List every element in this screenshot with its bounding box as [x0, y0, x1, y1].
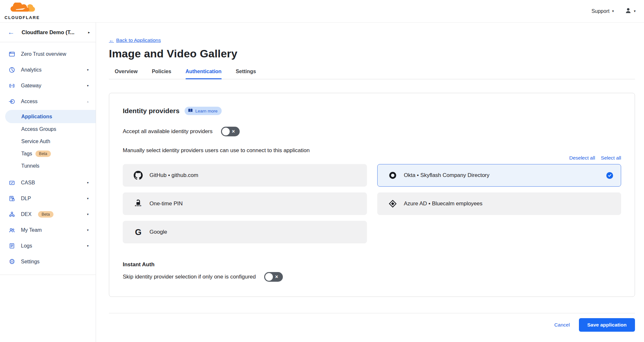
provider-label: Azure AD • Bluecalm employees	[404, 200, 483, 207]
pin-stars-glyph: ****	[135, 205, 141, 208]
sidebar-item-label: CASB	[21, 180, 35, 186]
sidebar-item-dex[interactable]: DEX Beta ▾	[0, 206, 96, 222]
provider-tile-one-time-pin[interactable]: **** One-time PIN	[123, 192, 367, 215]
sidebar-item-label: Tags	[21, 151, 32, 157]
sidebar-nav: Zero Trust overview Analytics ▾ Gateway …	[0, 42, 96, 275]
google-icon: G	[133, 228, 143, 236]
sidebar-item-logs[interactable]: Logs ▾	[0, 238, 96, 254]
caret-up-icon: ▴	[87, 100, 89, 103]
chevron-right-icon[interactable]: ▸	[88, 30, 90, 34]
instant-auth-label: Skip identity provider selection if only…	[123, 274, 256, 280]
cloudflare-logo[interactable]: CLOUDFLARE	[5, 3, 40, 20]
sidebar-item-label: DLP	[21, 196, 31, 201]
access-submenu: Applications Access Groups Service Auth …	[0, 110, 96, 172]
caret-down-icon: ▾	[87, 228, 89, 232]
sidebar-item-label: Access	[21, 99, 38, 104]
support-menu[interactable]: Support ▾	[591, 8, 614, 14]
sidebar-item-label: Analytics	[21, 67, 42, 73]
sidebar-item-label: Logs	[21, 243, 32, 249]
tab-authentication[interactable]: Authentication	[186, 69, 222, 79]
provider-grid: GitHub • github.com Okta • Skyflash Comp…	[123, 164, 621, 243]
beta-badge: Beta	[35, 151, 51, 157]
sidebar-item-analytics[interactable]: Analytics ▾	[0, 62, 96, 78]
people-icon	[8, 227, 15, 233]
toggle-off-x-icon: ×	[275, 274, 278, 279]
sidebar: ← Cloudflare Demo (T... ▸ Zero Trust ove…	[0, 23, 96, 342]
caret-down-icon: ▾	[87, 244, 89, 248]
tab-settings[interactable]: Settings	[236, 69, 256, 79]
sidebar-item-gateway[interactable]: Gateway ▾	[0, 78, 96, 93]
sidebar-item-settings[interactable]: ⚙ Settings	[0, 254, 96, 269]
sidebar-item-access-groups[interactable]: Access Groups	[0, 123, 96, 135]
sidebar-account-header: ← Cloudflare Demo (T... ▸	[0, 23, 96, 42]
one-time-pin-icon: ****	[133, 199, 143, 208]
learn-more-label: Learn more	[195, 109, 217, 113]
sidebar-item-tags[interactable]: Tags Beta	[0, 148, 96, 160]
sidebar-item-label: Gateway	[21, 83, 41, 89]
select-all-link[interactable]: Select all	[601, 155, 621, 161]
provider-tile-azure-ad[interactable]: Azure AD • Bluecalm employees	[377, 192, 621, 215]
toggle-off-x-icon: ×	[232, 129, 235, 134]
log-document-icon	[8, 243, 15, 249]
sidebar-item-label: Applications	[21, 114, 52, 120]
sidebar-item-zero-trust-overview[interactable]: Zero Trust overview	[0, 46, 96, 62]
network-nodes-icon	[8, 211, 15, 218]
user-avatar-icon	[625, 7, 632, 15]
top-bar-right: Support ▾ ▾	[591, 7, 636, 15]
caret-down-icon: ▾	[87, 68, 89, 72]
save-application-button[interactable]: Save application	[579, 318, 635, 332]
user-menu[interactable]: ▾	[625, 7, 636, 15]
sidebar-item-service-auth[interactable]: Service Auth	[0, 135, 96, 148]
document-lock-icon	[8, 195, 15, 202]
gear-icon: ⚙	[8, 258, 15, 265]
page-title: Image and Video Gallery	[109, 47, 635, 60]
top-bar: CLOUDFLARE Support ▾ ▾	[0, 0, 644, 23]
account-name: Cloudflare Demo (T...	[22, 29, 88, 35]
sidebar-item-tunnels[interactable]: Tunnels	[0, 160, 96, 172]
azure-ad-icon	[388, 200, 398, 208]
selected-check-icon	[606, 172, 613, 179]
beta-badge: Beta	[38, 211, 53, 218]
sidebar-item-applications[interactable]: Applications	[5, 110, 96, 123]
toggle-knob	[222, 128, 230, 135]
sidebar-item-casb[interactable]: CASB ▾	[0, 175, 96, 191]
cloudflare-cloud-icon	[7, 3, 37, 15]
learn-more-badge[interactable]: Learn more	[185, 107, 222, 115]
sidebar-item-label: My Team	[21, 227, 42, 233]
deselect-all-link[interactable]: Deselect all	[569, 155, 595, 161]
sidebar-item-label: Settings	[21, 259, 40, 265]
back-to-applications-link[interactable]: ← Back to Applications	[109, 37, 161, 43]
sidebar-item-label: Access Groups	[21, 126, 56, 132]
instant-auth-heading: Instant Auth	[123, 261, 621, 268]
accept-all-toggle[interactable]: ×	[221, 127, 240, 136]
tab-policies[interactable]: Policies	[152, 69, 171, 79]
caret-down-icon: ▾	[87, 197, 89, 200]
tab-overview[interactable]: Overview	[115, 69, 138, 79]
back-arrow-icon[interactable]: ←	[8, 28, 14, 36]
cloudflare-wordmark: CLOUDFLARE	[5, 15, 40, 20]
sidebar-item-label: Zero Trust overview	[21, 51, 66, 57]
instant-auth-toggle[interactable]: ×	[264, 272, 283, 282]
sidebar-item-my-team[interactable]: My Team ▾	[0, 222, 96, 238]
access-login-icon	[8, 98, 15, 105]
identity-providers-card: Identity providers Learn more Accept all…	[109, 93, 635, 297]
sidebar-item-access[interactable]: Access ▴	[0, 93, 96, 109]
provider-tile-okta[interactable]: Okta • Skyflash Company Directory	[377, 164, 621, 187]
okta-icon	[388, 171, 398, 180]
back-link-label: Back to Applications	[116, 37, 161, 43]
caret-down-icon: ▾	[612, 9, 614, 13]
caret-down-icon: ▾	[87, 212, 89, 216]
sidebar-item-label: Service Auth	[21, 139, 50, 144]
footer-actions: Cancel Save application	[109, 313, 635, 337]
provider-tile-github[interactable]: GitHub • github.com	[123, 164, 367, 187]
manual-select-label: Manually select identity providers users…	[123, 147, 621, 154]
cancel-link[interactable]: Cancel	[554, 322, 570, 328]
sidebar-item-label: DEX	[21, 211, 32, 217]
sidebar-item-dlp[interactable]: DLP ▾	[0, 191, 96, 206]
pie-chart-icon	[8, 67, 15, 73]
provider-tile-google[interactable]: G Google	[123, 221, 367, 243]
zero-trust-dashboard: CLOUDFLARE Support ▾ ▾ ← C	[0, 0, 644, 342]
casb-box-check-icon	[8, 180, 15, 186]
tab-bar: Overview Policies Authentication Setting…	[109, 69, 635, 79]
book-icon	[188, 108, 193, 113]
